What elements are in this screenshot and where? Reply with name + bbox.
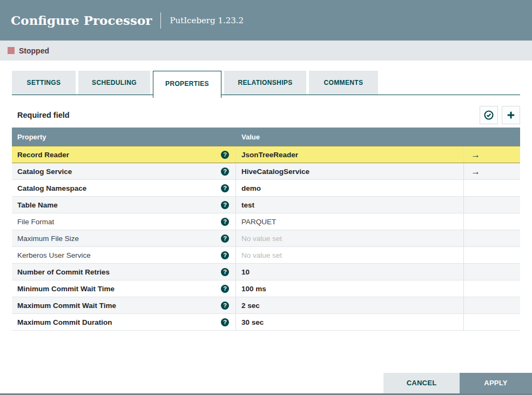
property-name: Maximum Commit Duration	[17, 318, 112, 326]
property-cell: Table Name ?	[12, 197, 236, 213]
table-row[interactable]: Number of Commit Retries ? 10	[12, 264, 520, 280]
help-icon[interactable]: ?	[221, 168, 229, 176]
property-value: JsonTreeReader	[241, 151, 298, 159]
table-row[interactable]: Table Name ? test	[12, 197, 520, 213]
goto-cell	[464, 264, 520, 280]
help-icon[interactable]: ?	[221, 235, 229, 243]
processor-type-version: PutIceberg 1.23.2	[170, 16, 244, 25]
table-row[interactable]: Catalog Service ? HiveCatalogService →	[12, 163, 520, 180]
help-icon[interactable]: ?	[221, 201, 229, 209]
property-name: Maximum Commit Wait Time	[17, 302, 116, 310]
property-cell: Record Reader ?	[12, 146, 236, 163]
dialog-titlebar: Configure Processor PutIceberg 1.23.2	[0, 0, 532, 41]
goto-cell: →	[464, 163, 520, 179]
title-divider	[160, 12, 161, 29]
property-cell: Maximum Commit Duration ?	[12, 314, 236, 330]
value-cell[interactable]: HiveCatalogService	[236, 163, 464, 179]
required-field-label: Required field	[12, 111, 70, 119]
property-value: 100 ms	[241, 285, 266, 293]
properties-table-body: Record Reader ? JsonTreeReader → Catalog…	[12, 146, 520, 331]
value-cell[interactable]: 100 ms	[236, 280, 464, 297]
goto-cell	[464, 180, 520, 196]
dialog-title: Configure Processor	[11, 13, 152, 28]
tab-properties[interactable]: PROPERTIES	[153, 71, 221, 98]
help-icon[interactable]: ?	[221, 268, 229, 276]
value-cell[interactable]: 30 sec	[236, 314, 464, 330]
goto-cell	[464, 297, 520, 313]
value-cell[interactable]: 10	[236, 264, 464, 280]
property-cell: Catalog Service ?	[12, 163, 236, 179]
dialog-footer: CANCEL APPLY	[383, 373, 532, 393]
table-row[interactable]: Record Reader ? JsonTreeReader →	[12, 146, 520, 163]
property-cell: File Format ?	[12, 213, 236, 230]
processor-status-bar: Stopped	[0, 41, 532, 61]
table-row[interactable]: Maximum Commit Wait Time ? 2 sec	[12, 297, 520, 314]
help-icon[interactable]: ?	[221, 184, 229, 192]
table-row[interactable]: Minimum Commit Wait Time ? 100 ms	[12, 280, 520, 297]
help-icon[interactable]: ?	[221, 151, 229, 159]
value-cell[interactable]: No value set	[236, 247, 464, 263]
property-name: File Format	[17, 218, 54, 226]
goto-cell	[464, 197, 520, 213]
dialog-content: SETTINGSSCHEDULINGPROPERTIESRELATIONSHIP…	[0, 71, 532, 331]
table-row[interactable]: Catalog Namespace ? demo	[12, 180, 520, 197]
help-icon[interactable]: ?	[221, 251, 229, 259]
help-icon[interactable]: ?	[221, 285, 229, 293]
value-cell[interactable]: PARQUET	[236, 213, 464, 230]
property-value: 10	[241, 268, 250, 276]
check-circle-icon	[483, 110, 494, 120]
property-value: demo	[241, 184, 261, 192]
plus-icon	[506, 110, 516, 120]
property-name: Kerberos User Service	[17, 251, 91, 259]
value-cell[interactable]: No value set	[236, 230, 464, 246]
property-value: HiveCatalogService	[241, 168, 309, 176]
goto-service-arrow-icon[interactable]: →	[471, 150, 480, 159]
property-value: No value set	[241, 251, 282, 259]
verify-properties-button[interactable]	[480, 106, 498, 124]
table-row[interactable]: Maximum File Size ? No value set	[12, 230, 520, 247]
tab-relationships[interactable]: RELATIONSHIPS	[224, 71, 306, 95]
table-row[interactable]: Maximum Commit Duration ? 30 sec	[12, 314, 520, 331]
property-name: Number of Commit Retries	[17, 268, 110, 276]
value-cell[interactable]: test	[236, 197, 464, 213]
stopped-status-icon	[8, 47, 15, 54]
property-cell: Minimum Commit Wait Time ?	[12, 280, 236, 297]
value-cell[interactable]: JsonTreeReader	[236, 146, 464, 163]
goto-cell	[464, 280, 520, 297]
tab-settings[interactable]: SETTINGS	[12, 71, 76, 95]
status-label: Stopped	[19, 46, 49, 55]
property-cell: Maximum File Size ?	[12, 230, 236, 246]
cancel-button[interactable]: CANCEL	[383, 373, 460, 393]
tab-scheduling[interactable]: SCHEDULING	[78, 71, 150, 95]
table-row[interactable]: Kerberos User Service ? No value set	[12, 247, 520, 264]
tab-comments[interactable]: COMMENTS	[309, 71, 378, 95]
property-name: Table Name	[17, 201, 58, 209]
property-value: test	[241, 201, 254, 209]
property-name: Catalog Service	[17, 168, 72, 176]
help-icon[interactable]: ?	[221, 318, 229, 326]
property-name: Catalog Namespace	[17, 184, 86, 192]
property-value: PARQUET	[241, 218, 276, 226]
property-value: No value set	[241, 235, 282, 243]
properties-table: Property Value Record Reader ? JsonTreeR…	[12, 128, 520, 331]
apply-button[interactable]: APPLY	[460, 373, 532, 393]
goto-service-arrow-icon[interactable]: →	[471, 167, 480, 176]
column-header-property: Property	[12, 133, 236, 141]
property-cell: Kerberos User Service ?	[12, 247, 236, 263]
property-value: 2 sec	[241, 302, 260, 310]
table-row[interactable]: File Format ? PARQUET	[12, 213, 520, 230]
help-icon[interactable]: ?	[221, 218, 229, 226]
help-icon[interactable]: ?	[221, 302, 229, 310]
goto-cell	[464, 314, 520, 330]
property-name: Record Reader	[17, 151, 69, 159]
add-property-button[interactable]	[502, 106, 520, 124]
property-cell: Catalog Namespace ?	[12, 180, 236, 196]
property-value: 30 sec	[241, 318, 264, 326]
value-cell[interactable]: demo	[236, 180, 464, 196]
value-cell[interactable]: 2 sec	[236, 297, 464, 313]
goto-cell	[464, 230, 520, 246]
properties-table-header: Property Value	[12, 128, 520, 146]
tab-bar: SETTINGSSCHEDULINGPROPERTIESRELATIONSHIP…	[12, 71, 520, 98]
property-cell: Number of Commit Retries ?	[12, 264, 236, 280]
toolbar-buttons	[476, 106, 520, 124]
